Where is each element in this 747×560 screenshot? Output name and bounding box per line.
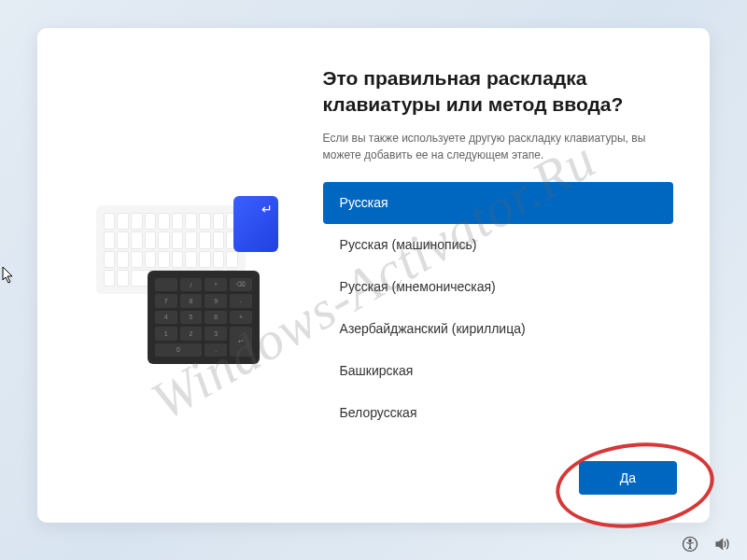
- page-subtitle: Если вы также используете другую расклад…: [323, 130, 677, 163]
- svg-point-1: [689, 539, 691, 541]
- button-row: Да: [323, 454, 677, 495]
- layout-option[interactable]: Русская: [323, 182, 673, 224]
- keyboard-layout-list[interactable]: Русская Русская (машинопись) Русская (мн…: [323, 182, 677, 440]
- keyboard-illustration: /*⌫ 789- 456+ 123↵ 0.: [96, 196, 283, 364]
- layout-option[interactable]: Русская (мнемоническая): [323, 266, 673, 308]
- volume-icon[interactable]: [713, 536, 730, 553]
- accessibility-icon[interactable]: [682, 536, 698, 553]
- layout-option[interactable]: Русская (машинопись): [323, 224, 673, 266]
- layout-option[interactable]: Белорусская: [323, 392, 673, 434]
- illustration-pane: /*⌫ 789- 456+ 123↵ 0.: [56, 65, 323, 495]
- numpad-dark-icon: /*⌫ 789- 456+ 123↵ 0.: [148, 271, 260, 364]
- layout-option[interactable]: Азербайджанский (кириллица): [323, 308, 673, 350]
- layout-option[interactable]: Башкирская: [323, 350, 673, 392]
- content-pane: Это правильная раскладка клавиатуры или …: [323, 65, 691, 495]
- enter-key-card-icon: [233, 196, 278, 252]
- yes-button[interactable]: Да: [579, 461, 677, 495]
- page-title: Это правильная раскладка клавиатуры или …: [323, 65, 677, 119]
- layout-list-container: Русская Русская (машинопись) Русская (мн…: [323, 182, 677, 440]
- system-tray: [682, 536, 730, 553]
- setup-dialog: /*⌫ 789- 456+ 123↵ 0. Это правильная рас…: [37, 28, 710, 523]
- mouse-cursor-icon: [2, 266, 15, 285]
